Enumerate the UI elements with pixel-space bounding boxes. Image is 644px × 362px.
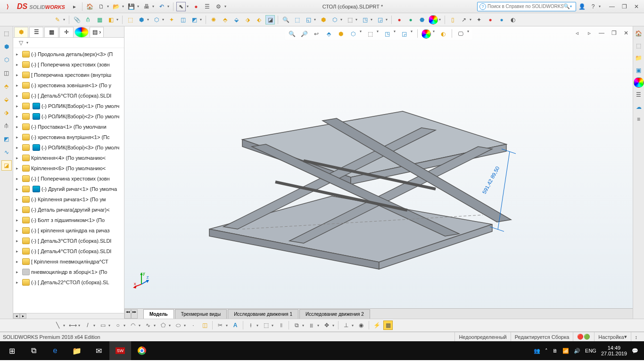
tree-item[interactable]: ▸(-) Кріплення ричага<1> (По ум [13,194,124,205]
tree-tab-feature[interactable]: ⬢ [14,27,28,37]
vt-hide-icon[interactable]: ◲ [399,29,409,39]
tool-view1-icon[interactable]: 🔍 [281,15,290,25]
vt-zoom-area-icon[interactable]: 🔎 [299,29,309,39]
expand-icon[interactable]: ▸ [16,156,21,160]
sk-quick-icon[interactable]: ⚡ [372,321,381,330]
sk-ellipse-icon[interactable]: ⬭ [173,321,183,330]
rail-feat11-icon[interactable]: ◪ [1,160,12,171]
task-view-icon[interactable]: ⧉ [23,341,44,360]
vt-dyn-icon[interactable]: ⬢ [336,29,346,39]
tree-item[interactable]: ▸Кріплення<6> (По умолчанию< [13,163,124,173]
tool-asm2-icon[interactable]: ⬢ [137,15,146,25]
vt-section-icon[interactable]: ⬘ [324,29,333,39]
tool-app3-icon[interactable]: ⬣ [417,15,427,25]
expand-icon[interactable]: ▸ [16,218,21,222]
tool-asm6-icon[interactable]: ◩ [190,15,199,25]
view-triad[interactable]: y x z [133,272,150,288]
tree-tab-dimxpert[interactable]: ✛ [59,27,74,37]
rail-feat9-icon[interactable]: ◩ [1,134,12,144]
rp-box-icon[interactable]: ⬚ [634,41,644,51]
options-list-icon[interactable]: ☰ [203,2,212,11]
tab-motion1[interactable]: Исследование движения 1 [228,309,298,319]
rail-feat3-icon[interactable]: ⬡ [1,55,12,65]
rail-feat8-icon[interactable]: ⫛ [1,121,12,131]
help-menu-icon[interactable]: ? [588,2,598,11]
expand-icon[interactable]: ▸ [16,73,21,77]
tree-item[interactable]: ▸(-) РОЛИК(Взборі)<2> (По умолч [13,111,124,122]
btab-next-icon[interactable]: ▸▸ [131,309,138,319]
rp-more-icon[interactable]: ≡ [634,114,644,124]
expand-icon[interactable]: ▸ [16,93,21,98]
undo-icon[interactable]: ↶ [157,2,166,11]
expand-icon[interactable]: ▸ [16,104,21,108]
mail-icon[interactable]: ✉ [88,341,109,360]
vt-prev-view-icon[interactable]: ↩ [312,29,321,39]
tree-item[interactable]: ▸(-) хрестовина зовнішня<1> (По у [13,80,124,90]
status-custom[interactable]: Настройка ▾ [594,332,630,341]
tree-item[interactable]: ▸(-) [ Деталь3^СТОЛ (сборка).SLDI [13,236,124,246]
expand-icon[interactable]: ▸ [16,239,21,243]
rail-feat1-icon[interactable]: ⬚ [1,28,12,39]
tree-item[interactable]: ▸(-) хрестовина внутрішня<1> (Пс [13,132,124,142]
tool-app4-icon[interactable] [429,15,438,25]
expand-icon[interactable]: ▸ [16,124,21,129]
expand-icon[interactable]: ▸ [16,114,21,119]
tool-exp2-icon[interactable]: ⬘ [220,15,230,25]
vt-screen-icon[interactable]: 🖵 [456,29,465,39]
sk-line-icon[interactable]: ╲ [53,321,62,330]
expand-icon[interactable]: ▸ [16,83,21,88]
scroll-right-icon[interactable]: ▸ [20,313,26,319]
tab-model[interactable]: Модель [143,309,174,319]
tool-color-icon[interactable]: ◧ [106,15,116,25]
rp-view-icon[interactable]: ▣ [634,65,644,75]
rp-appear-icon[interactable] [634,77,644,88]
tool-win5-icon[interactable]: ● [497,15,506,25]
edge-icon[interactable]: e [44,341,66,360]
rail-feat2-icon[interactable]: ⬢ [1,41,12,52]
sk-poly-icon[interactable]: ⬠ [158,321,168,330]
sk-rel-icon[interactable]: ⊥ [341,321,351,330]
solidworks-task-icon[interactable]: SW [109,341,131,360]
tool-exp4-icon[interactable]: ⬗ [243,15,252,25]
expand-icon[interactable]: ▸ [16,62,21,67]
tool-win1-icon[interactable]: ▯ [448,15,457,25]
sk-trim2-icon[interactable]: ⫲ [246,321,256,330]
tool-view4-icon[interactable]: ⬢ [319,15,328,25]
settings-gear-icon[interactable]: ⚙ [214,2,223,11]
expand-icon[interactable]: ▸ [16,280,21,285]
save-icon[interactable]: 💾 [127,2,136,11]
rail-feat5-icon[interactable]: ⬘ [1,81,12,91]
tool-asm4-icon[interactable]: ✦ [167,15,176,25]
sk-text-icon[interactable]: A [231,321,240,330]
tray-net-icon[interactable]: 📶 [562,348,569,354]
view-max-icon[interactable]: ❐ [609,28,619,38]
tool-win4-icon[interactable]: ● [486,15,495,25]
new-icon[interactable]: 🗋 [97,2,106,11]
open-icon[interactable]: 📂 [112,2,121,11]
sk-arc-icon[interactable]: ◠ [128,321,138,330]
tool-win6-icon[interactable]: ◐ [508,15,518,25]
expand-icon[interactable]: ▸ [16,228,21,233]
tree-item[interactable]: ▸(-) Другий ричаг<1> (По умолча [13,184,124,194]
help-search-input[interactable] [487,4,563,9]
graphics-viewport[interactable]: ◃ ▹ — ❐ ✕ 🔍 🔎 ↩ ⬘ ⬢ ⬡▾ ⬚▾ ◳▾ ◲▾ ▾ ◐ 🖵▾ [124,26,633,319]
tool-asm3-icon[interactable]: ⬡ [152,15,161,25]
expand-icon[interactable]: ▸ [16,270,21,274]
search-icon[interactable]: 🔍 [563,3,570,9]
sk-dim-icon[interactable]: ⟷ [68,321,77,330]
tool-tree-icon[interactable]: ⫛ [83,15,93,25]
tree-item[interactable]: ▸Кріплення<4> (По умолчанию< [13,153,124,163]
sk-point-icon[interactable]: · [189,321,198,330]
scroll-left-icon[interactable]: ◂ [13,313,20,319]
vt-display-icon[interactable]: ⬚ [365,29,375,39]
minimize-icon[interactable]: — [607,2,617,11]
select-icon[interactable]: ⬉ [176,2,186,11]
home-icon[interactable]: 🏠 [85,2,95,11]
vt-render-icon[interactable]: ◐ [438,29,448,39]
rebuild-icon[interactable]: ● [191,2,201,11]
start-button[interactable]: ⊞ [1,341,23,360]
tree-tab-more[interactable]: ▤ › [90,27,104,37]
tool-view2-icon[interactable]: ⬚ [292,15,302,25]
sk-rect-icon[interactable]: ▭ [98,321,107,330]
tree-item[interactable]: ▸(-) [ Поперечина хрестових (зовн [13,173,124,184]
